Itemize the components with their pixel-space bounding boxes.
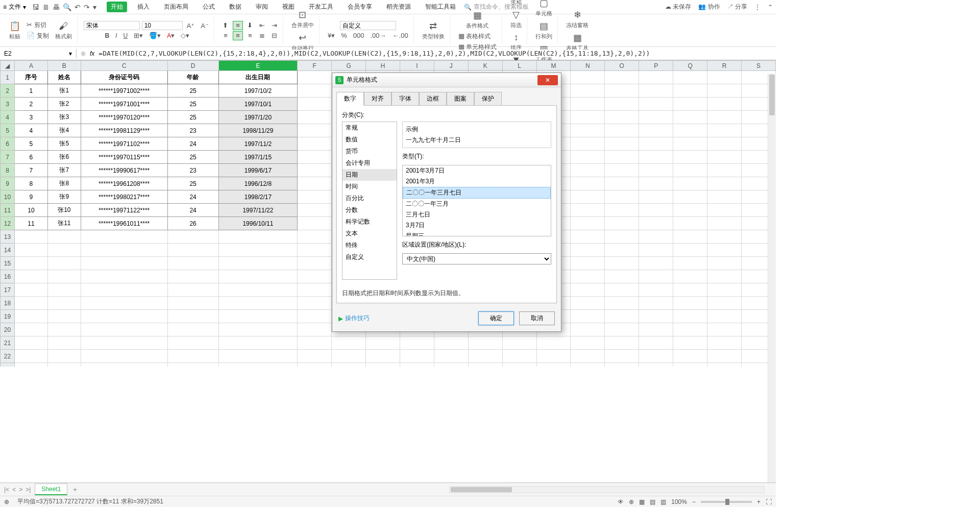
cell[interactable]: ******19981129****	[81, 124, 167, 137]
cell[interactable]	[707, 111, 742, 124]
cell[interactable]	[571, 270, 605, 283]
align-bottom-icon[interactable]: ⬇	[245, 21, 255, 30]
cell[interactable]: 23	[167, 124, 218, 137]
cell[interactable]	[434, 350, 468, 363]
cell[interactable]	[605, 190, 639, 204]
cell[interactable]: 25	[167, 111, 218, 124]
cell[interactable]: ******19971001****	[81, 98, 167, 111]
cell[interactable]	[639, 230, 673, 244]
col-header-N[interactable]: N	[571, 61, 605, 71]
type-convert-button[interactable]: ⇄类型转换	[420, 19, 447, 41]
cell[interactable]	[605, 310, 639, 323]
cell[interactable]	[47, 323, 81, 336]
cell[interactable]	[332, 363, 366, 367]
align-top-icon[interactable]: ⬆	[220, 21, 231, 30]
cell[interactable]	[707, 177, 742, 190]
cell[interactable]	[366, 350, 400, 363]
row-header[interactable]: 10	[1, 190, 15, 204]
ribbon-tab-4[interactable]: 数据	[225, 2, 246, 12]
cell[interactable]	[673, 297, 707, 310]
cell[interactable]	[707, 323, 742, 336]
cell[interactable]	[298, 323, 332, 336]
cell[interactable]: 张10	[47, 204, 81, 217]
cell[interactable]	[707, 164, 742, 177]
cell[interactable]	[14, 257, 47, 270]
cell[interactable]	[47, 244, 81, 257]
cell[interactable]	[81, 244, 167, 257]
cell[interactable]	[47, 283, 81, 297]
cell[interactable]	[605, 244, 639, 257]
cell[interactable]	[81, 350, 167, 363]
cell[interactable]	[298, 137, 332, 151]
cell[interactable]	[639, 124, 673, 137]
row-header[interactable]: 12	[1, 217, 15, 230]
cell[interactable]	[707, 363, 742, 367]
cell[interactable]	[707, 350, 742, 363]
cell[interactable]: 1997/11/2	[218, 137, 298, 151]
cell[interactable]	[167, 230, 218, 244]
cell[interactable]	[298, 244, 332, 257]
cell[interactable]	[639, 217, 673, 230]
cell[interactable]	[218, 297, 298, 310]
ribbon-tab-5[interactable]: 审阅	[252, 2, 272, 12]
cell[interactable]	[673, 151, 707, 164]
justify-icon[interactable]: ≣	[257, 31, 267, 40]
ribbon-tab-8[interactable]: 会员专享	[344, 2, 376, 12]
cell[interactable]	[14, 297, 47, 310]
cell[interactable]	[571, 111, 605, 124]
cell[interactable]: 5	[14, 137, 47, 151]
cell[interactable]	[639, 283, 673, 297]
cell[interactable]	[707, 71, 742, 84]
freeze-button[interactable]: ❄冻结窗格	[564, 8, 591, 30]
cell[interactable]	[605, 363, 639, 367]
row-header[interactable]: 3	[1, 98, 15, 111]
cell[interactable]: 张7	[47, 164, 81, 177]
cell[interactable]	[400, 336, 434, 350]
cell[interactable]	[673, 111, 707, 124]
sum-button[interactable]: Σ求和	[508, 0, 524, 7]
cell[interactable]	[218, 244, 298, 257]
cell[interactable]	[502, 336, 536, 350]
fx-icon[interactable]: fx	[90, 50, 94, 57]
cell[interactable]	[81, 336, 167, 350]
col-header-B[interactable]: B	[47, 61, 81, 71]
cell[interactable]	[707, 310, 742, 323]
clear-format-button[interactable]: ◇▾	[179, 31, 191, 40]
cell[interactable]: 4	[14, 124, 47, 137]
cell[interactable]	[298, 177, 332, 190]
ribbon-tab-2[interactable]: 页面布局	[160, 2, 192, 12]
cell[interactable]	[218, 350, 298, 363]
cell[interactable]	[167, 270, 218, 283]
cell[interactable]	[298, 204, 332, 217]
font-name-select[interactable]	[84, 21, 140, 30]
zoom-in-icon[interactable]: +	[757, 498, 761, 505]
cell[interactable]	[14, 336, 47, 350]
formula-input[interactable]	[99, 50, 772, 57]
decrease-decimal-icon[interactable]: ←.00	[390, 31, 410, 40]
indent-increase-icon[interactable]: ⇥	[270, 21, 280, 30]
cell[interactable]	[605, 257, 639, 270]
cell[interactable]	[14, 270, 47, 283]
cell[interactable]	[298, 336, 332, 350]
col-header-L[interactable]: L	[502, 61, 536, 71]
indent-decrease-icon[interactable]: ⇤	[257, 21, 267, 30]
comma-icon[interactable]: 000	[351, 31, 366, 40]
cell[interactable]: 身份证号码	[81, 71, 167, 84]
merge-button[interactable]: ⊡合并居中	[289, 8, 316, 30]
cell[interactable]	[81, 283, 167, 297]
cell[interactable]: 张1	[47, 84, 81, 98]
col-header-I[interactable]: I	[400, 61, 434, 71]
cell[interactable]	[707, 84, 742, 98]
cell[interactable]	[571, 257, 605, 270]
cancel-button[interactable]: 取消	[519, 311, 555, 325]
category-item[interactable]: 特殊	[342, 239, 397, 251]
name-box[interactable]: E2 ▾	[0, 49, 77, 58]
cell[interactable]	[639, 270, 673, 283]
cell[interactable]	[605, 230, 639, 244]
locale-select[interactable]: 中文(中国)	[402, 253, 551, 264]
cell[interactable]: 1	[14, 84, 47, 98]
cell[interactable]	[571, 297, 605, 310]
cut-button[interactable]: ✂ 剪切	[24, 20, 51, 30]
row-header[interactable]: 2	[1, 84, 15, 98]
percent-icon[interactable]: %	[339, 31, 349, 40]
